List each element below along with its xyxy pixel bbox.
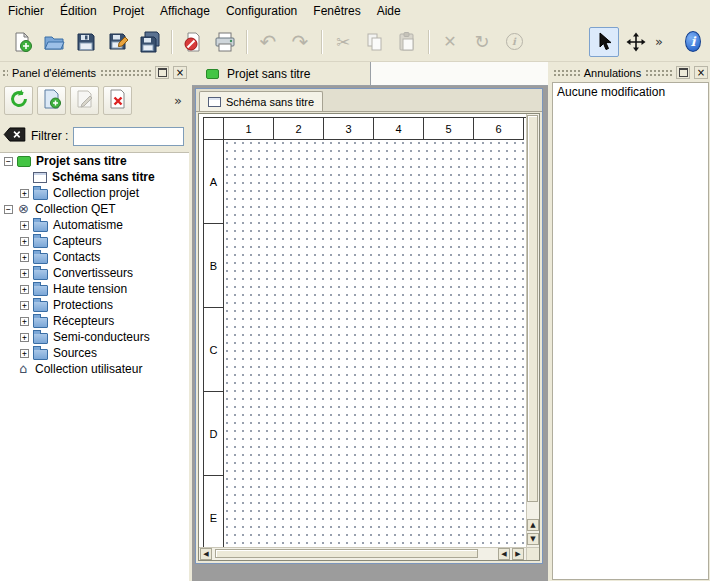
print-icon [214, 31, 236, 53]
element-info-button[interactable]: i [499, 27, 529, 57]
save-button[interactable] [71, 27, 101, 57]
tree-item-label: Contacts [53, 250, 100, 264]
close-file-button[interactable] [178, 27, 208, 57]
dock-float-button[interactable] [676, 66, 690, 79]
vertical-scrollbar[interactable]: ▲ ▼ [526, 114, 539, 547]
tree-item-automatisme[interactable]: + Automatisme [0, 217, 189, 233]
filter-row: Filtrer : [3, 126, 184, 146]
elements-panel-dock: Panel d'éléments × » Filtrer : [0, 62, 189, 581]
menu-fenetres[interactable]: Fenêtres [305, 1, 368, 21]
scroll-right-button[interactable]: ▶ [512, 548, 524, 560]
select-mode-button[interactable] [589, 27, 619, 57]
folder-icon [33, 349, 48, 360]
frame-corner [204, 118, 224, 140]
move-mode-button[interactable] [621, 27, 651, 57]
panel-toolbar-overflow-chevron[interactable]: » [171, 93, 185, 108]
dock-close-button[interactable]: × [173, 66, 187, 79]
close-file-icon [182, 31, 204, 53]
scroll-down-button[interactable]: ▼ [527, 533, 539, 545]
delete-button[interactable]: ✕ [435, 27, 465, 57]
new-project-button[interactable] [7, 27, 37, 57]
save-as-button[interactable] [103, 27, 133, 57]
tree-item-protections[interactable]: + Protections [0, 297, 189, 313]
menu-edition[interactable]: Édition [52, 1, 105, 21]
tree-item-project-collection[interactable]: + Collection projet [0, 185, 189, 201]
tree-item-qet-collection[interactable]: − ⊗ Collection QET [0, 201, 189, 217]
scroll-left-button[interactable]: ◀ [200, 548, 212, 560]
save-all-button[interactable] [135, 27, 165, 57]
expand-icon[interactable]: + [20, 269, 29, 278]
menu-aide[interactable]: Aide [369, 1, 409, 21]
menu-fichier[interactable]: Fichier [0, 1, 52, 21]
tree-item-diagram[interactable]: Schéma sans titre [0, 169, 189, 185]
diagram-tab[interactable]: Schéma sans titre [199, 91, 323, 111]
expand-icon[interactable]: + [20, 221, 29, 230]
toolbar-separator [428, 30, 429, 54]
dock-grip [645, 69, 672, 77]
undo-dock: Annulations × Aucune modification [551, 62, 710, 581]
expand-icon[interactable]: + [20, 189, 29, 198]
expand-icon[interactable]: + [20, 285, 29, 294]
expand-icon[interactable]: + [20, 301, 29, 310]
tree-item-project[interactable]: − Projet sans titre [0, 153, 189, 169]
delete-element-button[interactable] [103, 86, 132, 115]
expand-icon[interactable]: + [20, 253, 29, 262]
redo-button[interactable]: ↷ [285, 27, 315, 57]
tree-item-capteurs[interactable]: + Capteurs [0, 233, 189, 249]
rotate-button[interactable]: ↻ [467, 27, 497, 57]
expand-icon[interactable]: + [20, 349, 29, 358]
expand-icon[interactable]: + [20, 333, 29, 342]
collapse-icon[interactable]: − [4, 157, 13, 166]
tree-item-convertisseurs[interactable]: + Convertisseurs [0, 265, 189, 281]
new-element-button[interactable] [37, 86, 66, 115]
menu-configuration[interactable]: Configuration [218, 1, 305, 21]
copy-button[interactable] [360, 27, 390, 57]
undo-dock-titlebar[interactable]: Annulations × [553, 65, 708, 80]
vertical-scroll-thumb[interactable] [527, 115, 538, 502]
scroll-left-button-2[interactable]: ◀ [498, 548, 510, 560]
toolbar-overflow-chevron[interactable]: » [652, 34, 666, 49]
undo-button[interactable]: ↶ [253, 27, 283, 57]
folder-icon [33, 189, 48, 200]
reload-collections-button[interactable] [4, 86, 33, 115]
horizontal-scrollbar[interactable]: ◀ ◀ ▶ [199, 547, 526, 560]
open-project-button[interactable] [39, 27, 69, 57]
tree-item-semi-conducteurs[interactable]: + Semi-conducteurs [0, 329, 189, 345]
expand-icon[interactable]: + [20, 317, 29, 326]
filter-input[interactable] [73, 127, 184, 146]
cut-button[interactable]: ✂ [328, 27, 358, 57]
folder-icon [33, 285, 48, 296]
scroll-up-button[interactable]: ▲ [527, 519, 539, 531]
clear-filter-button[interactable] [3, 127, 26, 145]
undo-list: Aucune modification [552, 82, 709, 580]
tree-item-label: Projet sans titre [36, 154, 127, 168]
folder-icon [33, 333, 48, 344]
elements-panel-titlebar[interactable]: Panel d'éléments × [2, 65, 187, 80]
undo-empty-message: Aucune modification [553, 83, 708, 101]
diagram-canvas[interactable]: 1 2 3 4 5 6 A B C D E [199, 114, 526, 547]
edit-pencil-icon [74, 88, 96, 113]
tree-item-sources[interactable]: + Sources [0, 345, 189, 361]
collapse-icon[interactable]: − [4, 205, 13, 214]
tree-item-user-collection[interactable]: ⌂ Collection utilisateur [0, 361, 189, 377]
edit-element-button[interactable] [70, 86, 99, 115]
menu-affichage[interactable]: Affichage [152, 1, 218, 21]
about-button[interactable]: i [685, 27, 709, 57]
horizontal-scroll-thumb[interactable] [215, 549, 478, 558]
home-icon: ⌂ [17, 363, 30, 375]
tree-item-contacts[interactable]: + Contacts [0, 249, 189, 265]
tree-item-recepteurs[interactable]: + Récepteurs [0, 313, 189, 329]
scroll-down-icon: ▼ [530, 535, 535, 543]
paste-button[interactable] [392, 27, 422, 57]
dock-close-button[interactable]: × [694, 66, 708, 79]
new-element-icon [41, 88, 63, 113]
project-tab[interactable]: Projet sans titre [192, 62, 371, 85]
row-header: E [204, 476, 224, 547]
dock-float-button[interactable] [155, 66, 169, 79]
expand-icon[interactable]: + [20, 237, 29, 246]
float-icon [679, 68, 688, 77]
print-button[interactable] [210, 27, 240, 57]
column-header: 1 [224, 118, 274, 140]
menu-projet[interactable]: Projet [105, 1, 152, 21]
tree-item-haute-tension[interactable]: + Haute tension [0, 281, 189, 297]
